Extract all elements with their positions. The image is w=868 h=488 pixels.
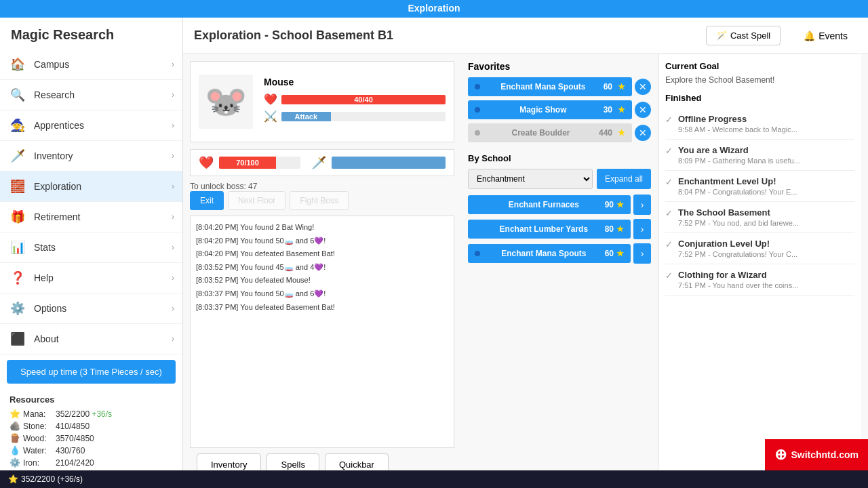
school-select[interactable]: Enchantment Conjuration Alteration <box>468 169 593 189</box>
spell-button[interactable]: Enchant Furnaces 90★ <box>468 195 631 214</box>
chevron-right-icon: › <box>172 304 174 313</box>
spell-button[interactable]: Enchant Mana Spouts 60★ <box>468 244 631 263</box>
resource-row: ⚙️ Iron: 2104/2420 <box>9 458 173 468</box>
favorites-title: Favorites <box>468 61 651 72</box>
star-icon: ★ <box>618 128 625 138</box>
event-title: Offline Progress <box>678 114 854 124</box>
star-icon: ★ <box>618 105 625 115</box>
chevron-right-icon: › <box>172 90 174 100</box>
inventory-icon: 🗡️ <box>8 146 27 165</box>
speed-up-button[interactable]: Speed up time (3 Time Pieces / sec) <box>7 360 176 384</box>
remove-favorite-button[interactable]: ✕ <box>635 102 651 118</box>
log-entry: [8:04:20 PM] You found 50🧫 and 6💜! <box>196 235 448 247</box>
event-item: ✓ You are a Wizard 8:09 PM - Gathering M… <box>665 140 854 171</box>
checkmark-icon: ✓ <box>665 239 673 249</box>
current-goal-title: Current Goal <box>665 61 854 71</box>
floor-info: To unlock boss: 47 <box>190 182 454 191</box>
chevron-right-icon: › <box>172 334 174 344</box>
remove-favorite-button[interactable]: ✕ <box>635 79 651 95</box>
resource-icon: 💧 <box>9 445 20 455</box>
apprentices-icon: 🧙 <box>8 116 27 135</box>
sidebar-item-options[interactable]: ⚙️ Options › <box>0 293 182 324</box>
resources-list: ⭐ Mana: 352/2200 +36/s🪨 Stone: 410/4850 … <box>9 409 173 468</box>
sidebar-item-apprentices[interactable]: 🧙 Apprentices › <box>0 110 182 141</box>
spell-button[interactable]: Enchant Lumber Yards 80★ <box>468 220 631 239</box>
sword-icon: ⚔️ <box>264 110 277 123</box>
favorite-spell-button[interactable]: Enchant Mana Spouts 60★ <box>468 77 632 96</box>
research-icon: 🔍 <box>8 85 27 104</box>
sidebar-item-research[interactable]: 🔍 Research › <box>0 80 182 110</box>
exploration-area: 🐭 Mouse ❤️ 40/40 ⚔️ <box>183 54 461 488</box>
mana-star-icon: ⭐ <box>8 474 18 484</box>
event-item: ✓ Offline Progress 9:58 AM - Welcome bac… <box>665 108 854 140</box>
checkmark-icon: ✓ <box>665 146 673 156</box>
favorite-spell-button[interactable]: Create Boulder 440★ <box>468 123 632 142</box>
favorite-spell-button[interactable]: Magic Show 30★ <box>468 100 632 119</box>
events-list: ✓ Offline Progress 9:58 AM - Welcome bac… <box>665 108 854 296</box>
exit-button[interactable]: Exit <box>190 191 224 210</box>
spells-panel: Favorites Enchant Mana Spouts 60★ ✕ Magi… <box>461 54 658 488</box>
exploration-icon: 🧱 <box>8 177 27 196</box>
expand-all-button[interactable]: Expand all <box>597 169 651 189</box>
main-body: 🐭 Mouse ❤️ 40/40 ⚔️ <box>183 54 868 488</box>
event-description: 7:52 PM - You nod, and bid farewe... <box>678 219 854 227</box>
sidebar-item-campus[interactable]: 🏠 Campus › <box>0 49 182 80</box>
events-button[interactable]: 🔔 Events <box>794 26 857 45</box>
status-bar: ⭐ 352/2200 (+36/s) <box>0 470 868 488</box>
resource-row: 💧 Water: 430/760 <box>9 445 173 455</box>
controls-bar: Exit Next Floor Fight Boss <box>190 191 454 210</box>
by-school-title: By School <box>468 153 651 163</box>
favorite-row: Magic Show 30★ ✕ <box>468 100 651 119</box>
event-title: Clothing for a Wizard <box>678 270 854 280</box>
wand-icon: 🪄 <box>716 30 727 41</box>
player-hp-bar: 70/100 <box>219 157 276 169</box>
event-item: ✓ Clothing for a Wizard 7:51 PM - You ha… <box>665 264 854 296</box>
chevron-right-icon: › <box>172 121 174 130</box>
spell-dot-icon <box>475 130 480 136</box>
monster-atk-bar-container: Attack <box>281 112 446 121</box>
player-heart-icon: ❤️ <box>199 155 214 170</box>
event-description: 7:52 PM - Congratulations! Your C... <box>678 250 854 258</box>
stats-icon: 📊 <box>8 238 27 257</box>
monster-sprite: 🐭 <box>199 75 253 129</box>
sidebar-item-exploration[interactable]: 🧱 Exploration › <box>0 171 182 202</box>
spell-row: Enchant Lumber Yards 80★ › <box>468 219 651 239</box>
fight-boss-button[interactable]: Fight Boss <box>290 191 349 210</box>
resource-row: ⭐ Mana: 352/2200 +36/s <box>9 409 173 419</box>
star-icon: ★ <box>618 82 625 92</box>
chevron-right-icon: › <box>172 182 174 191</box>
sidebar-item-help[interactable]: ❓ Help › <box>0 263 182 293</box>
resource-icon: ⚙️ <box>9 458 20 468</box>
checkmark-icon: ✓ <box>665 208 673 218</box>
monster-name: Mouse <box>264 77 446 87</box>
log-entry: [8:03:37 PM] You defeated Basement Bat! <box>196 302 448 314</box>
help-icon: ❓ <box>8 268 27 287</box>
event-title: Conjuration Level Up! <box>678 239 854 249</box>
checkmark-icon: ✓ <box>665 115 673 125</box>
sidebar-item-retirement[interactable]: 🎁 Retirement › <box>0 202 182 232</box>
spell-expand-button[interactable]: › <box>633 243 651 264</box>
monster-atk-bar: Attack <box>281 112 331 121</box>
spell-row: Enchant Mana Spouts 60★ › <box>468 243 651 264</box>
status-mana: ⭐ 352/2200 (+36/s) <box>8 474 83 484</box>
event-description: 8:04 PM - Congratulations! Your E... <box>678 188 854 196</box>
sidebar-item-about[interactable]: ⬛ About › <box>0 324 182 354</box>
spell-expand-button[interactable]: › <box>633 219 651 239</box>
checkmark-icon: ✓ <box>665 177 673 187</box>
remove-favorite-button[interactable]: ✕ <box>635 125 651 141</box>
favorite-row: Create Boulder 440★ ✕ <box>468 123 651 142</box>
log-lines: [8:04:20 PM] You found 2 Bat Wing![8:04:… <box>196 222 448 313</box>
spell-expand-button[interactable]: › <box>633 195 651 215</box>
next-floor-button[interactable]: Next Floor <box>228 191 285 210</box>
spell-row: Enchant Furnaces 90★ › <box>468 195 651 215</box>
chevron-right-icon: › <box>172 243 174 252</box>
sidebar-item-inventory[interactable]: 🗡️ Inventory › <box>0 141 182 171</box>
event-item: ✓ The School Basement 7:52 PM - You nod,… <box>665 202 854 233</box>
event-item: ✓ Enchantment Level Up! 8:04 PM - Congra… <box>665 171 854 202</box>
sidebar-item-stats[interactable]: 📊 Stats › <box>0 232 182 263</box>
monster-hp-bar-container: 40/40 <box>281 95 446 104</box>
retirement-icon: 🎁 <box>8 207 27 226</box>
log-entry: [8:04:20 PM] You defeated Basement Bat! <box>196 248 448 260</box>
chevron-right-icon: › <box>172 60 174 69</box>
cast-spell-button[interactable]: 🪄 Cast Spell <box>706 26 781 45</box>
